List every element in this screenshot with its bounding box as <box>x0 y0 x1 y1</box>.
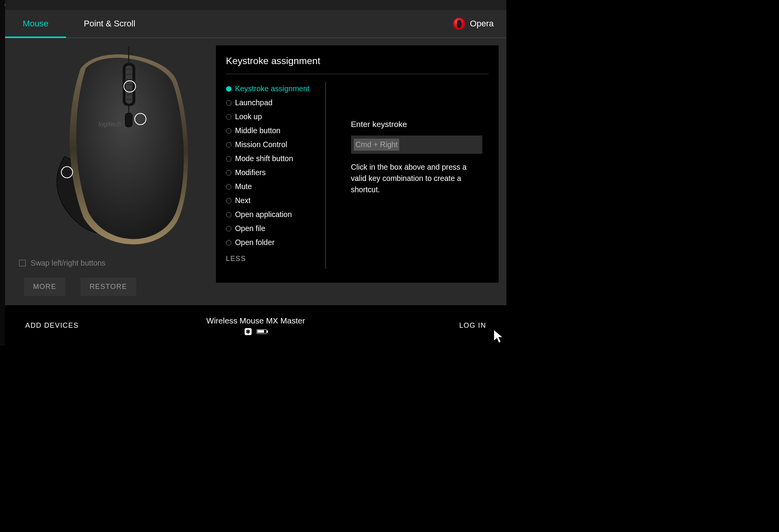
option-label: Mute <box>235 182 252 191</box>
keystroke-input[interactable]: Cmd + Right <box>351 136 482 154</box>
more-button[interactable]: MORE <box>24 278 66 296</box>
svg-text:logitech: logitech <box>98 120 121 128</box>
option-label: Open file <box>235 224 265 233</box>
radio-icon <box>226 114 231 120</box>
radio-icon <box>226 184 231 190</box>
option-open-file[interactable]: Open file <box>226 222 320 236</box>
footer-bar: ADD DEVICES Wireless Mouse MX Master ✱ L… <box>5 305 506 346</box>
option-launchpad[interactable]: Launchpad <box>226 96 320 110</box>
add-devices-button[interactable]: ADD DEVICES <box>25 322 79 330</box>
battery-icon <box>257 329 267 334</box>
mouse-illustration: logitech <box>50 45 197 252</box>
unifying-receiver-icon: ✱ <box>245 328 252 335</box>
app-profile-label: Opera <box>470 19 494 29</box>
option-open-folder[interactable]: Open folder <box>226 236 320 250</box>
radio-icon <box>226 212 231 217</box>
config-panel: Keystroke assignment Keystroke assignmen… <box>216 45 499 283</box>
option-keystroke-assignment[interactable]: Keystroke assignment <box>226 82 320 96</box>
option-label: Look up <box>235 112 262 121</box>
keystroke-label: Enter keystroke <box>351 120 489 129</box>
radio-icon <box>226 86 231 92</box>
device-status-icons: ✱ <box>206 328 305 335</box>
keystroke-value: Cmd + Right <box>354 139 399 151</box>
option-label: Middle button <box>235 126 280 135</box>
radio-icon <box>226 128 231 134</box>
device-name: Wireless Mouse MX Master <box>206 316 305 325</box>
option-label: Open application <box>235 210 292 219</box>
radio-icon <box>226 100 231 106</box>
option-label: Mission Control <box>235 140 287 149</box>
option-label: Next <box>235 196 250 205</box>
swap-buttons-row[interactable]: Swap left/right buttons <box>19 259 106 268</box>
mouse-svg: logitech <box>50 45 197 252</box>
svg-rect-9 <box>125 113 132 127</box>
cursor-icon <box>493 329 504 344</box>
option-modifiers[interactable]: Modifiers <box>226 166 320 180</box>
hotspot-scroll-wheel[interactable] <box>123 80 136 92</box>
radio-icon <box>226 240 231 245</box>
app-window: Mouse Point & Scroll Opera <box>5 0 506 346</box>
tab-point-scroll[interactable]: Point & Scroll <box>66 10 153 38</box>
config-column: Enter keystroke Cmd + Right Click in the… <box>326 82 489 269</box>
swap-checkbox[interactable] <box>19 260 26 266</box>
action-buttons: MORE RESTORE <box>24 278 136 296</box>
swap-label: Swap left/right buttons <box>31 259 106 268</box>
option-mode-shift-button[interactable]: Mode shift button <box>226 152 320 166</box>
options-list: Keystroke assignmentLaunchpadLook upMidd… <box>226 82 326 269</box>
option-label: Launchpad <box>235 98 273 107</box>
radio-icon <box>226 170 231 176</box>
panel-title: Keystroke assignment <box>226 56 489 75</box>
tab-mouse[interactable]: Mouse <box>5 10 66 38</box>
option-mute[interactable]: Mute <box>226 180 320 194</box>
titlebar <box>5 0 506 10</box>
restore-button[interactable]: RESTORE <box>80 278 136 296</box>
device-info[interactable]: Wireless Mouse MX Master ✱ <box>206 316 305 335</box>
login-button[interactable]: LOG IN <box>459 322 486 330</box>
option-label: Modifiers <box>235 168 266 177</box>
radio-icon <box>226 226 231 231</box>
option-next[interactable]: Next <box>226 194 320 208</box>
option-middle-button[interactable]: Middle button <box>226 124 320 138</box>
keystroke-help: Click in the box above and press a valid… <box>351 162 482 196</box>
option-label: Mode shift button <box>235 154 293 163</box>
radio-icon <box>226 156 231 162</box>
app-profile-selector[interactable]: Opera <box>453 18 506 30</box>
radio-icon <box>226 198 231 203</box>
tab-bar: Mouse Point & Scroll Opera <box>5 10 506 38</box>
option-open-application[interactable]: Open application <box>226 208 320 222</box>
option-label: Keystroke assignment <box>235 84 310 93</box>
radio-icon <box>226 142 231 148</box>
option-mission-control[interactable]: Mission Control <box>226 138 320 152</box>
option-label: Open folder <box>235 238 275 247</box>
opera-icon <box>453 18 465 30</box>
less-toggle[interactable]: LESS <box>226 255 320 263</box>
option-look-up[interactable]: Look up <box>226 110 320 124</box>
window-edge <box>0 0 5 346</box>
